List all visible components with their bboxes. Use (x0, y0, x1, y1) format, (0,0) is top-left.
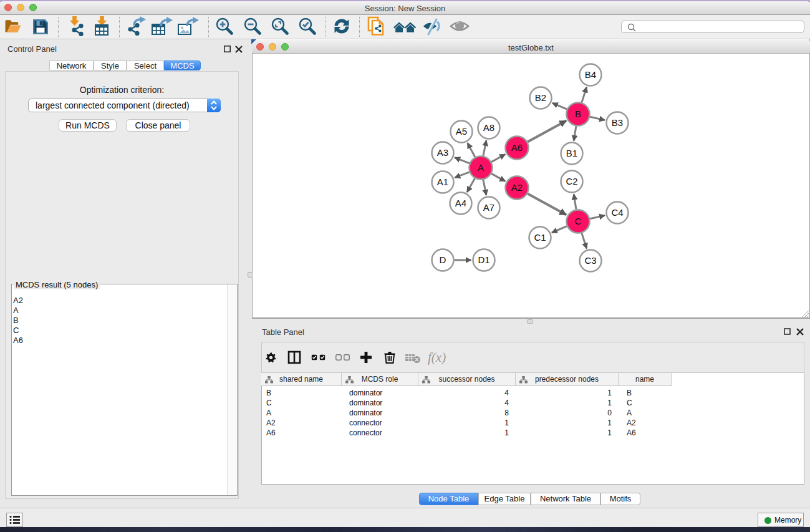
svg-text:B3: B3 (612, 117, 623, 128)
svg-text:A1: A1 (437, 177, 448, 187)
svg-text:A5: A5 (456, 126, 467, 137)
svg-text:A4: A4 (455, 198, 466, 208)
svg-text:A6: A6 (511, 142, 523, 153)
svg-text:A2: A2 (511, 182, 523, 193)
svg-text:D: D (440, 254, 446, 265)
svg-text:C2: C2 (566, 176, 577, 186)
svg-text:C4: C4 (611, 207, 623, 218)
svg-text:B4: B4 (585, 69, 596, 80)
svg-text:C: C (575, 216, 582, 226)
svg-text:A: A (478, 162, 484, 173)
svg-text:A7: A7 (483, 202, 494, 213)
svg-text:B1: B1 (566, 148, 577, 158)
svg-text:D1: D1 (478, 254, 489, 265)
svg-text:C1: C1 (534, 232, 546, 243)
svg-text:A3: A3 (437, 147, 448, 158)
svg-text:B2: B2 (535, 92, 546, 103)
svg-text:C3: C3 (584, 255, 596, 266)
svg-text:A8: A8 (483, 122, 494, 133)
svg-text:B: B (575, 109, 581, 119)
